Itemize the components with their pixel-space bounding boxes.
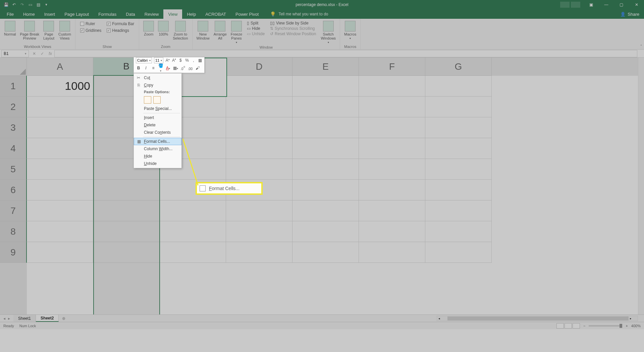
collapse-ribbon-icon[interactable]: ˄ — [640, 44, 642, 48]
ctx-clear-contents[interactable]: Clear Contents — [134, 129, 181, 136]
vertical-scrollbar[interactable] — [638, 58, 644, 314]
col-header-d[interactable]: D — [226, 58, 292, 76]
zoom-slider[interactable] — [589, 325, 622, 327]
cell-a1[interactable]: 1000 — [27, 76, 93, 97]
percent-icon[interactable]: % — [185, 58, 189, 63]
ribbon-options-icon[interactable]: ▣ — [584, 0, 599, 9]
grow-font-icon[interactable]: A▴ — [165, 58, 170, 63]
col-header-g[interactable]: G — [425, 58, 492, 76]
tab-review[interactable]: Review — [140, 9, 164, 19]
formula-bar-checkbox[interactable]: ✓Formula Bar — [107, 21, 134, 27]
shrink-font-icon[interactable]: A▾ — [172, 58, 176, 63]
qa-dropdown-icon[interactable]: ▼ — [44, 2, 49, 7]
ctx-column-width[interactable]: Column Width... — [134, 145, 181, 153]
formula-input[interactable] — [54, 50, 637, 57]
side-by-side-button[interactable]: ▯▯View Side by Side — [270, 21, 316, 25]
new-file-icon[interactable]: ▭ — [28, 2, 33, 7]
switch-windows-button[interactable]: Switch Windows▾ — [319, 20, 337, 45]
row-header-7[interactable]: 7 — [0, 200, 27, 221]
redo-icon[interactable]: ↷ — [19, 2, 25, 7]
row-header-8[interactable]: 8 — [0, 221, 27, 242]
tab-help[interactable]: Help — [182, 9, 201, 19]
cell-d1[interactable] — [226, 76, 292, 97]
row-header-3[interactable]: 3 — [0, 117, 27, 138]
hide-button[interactable]: ▭Hide — [247, 26, 265, 31]
font-combo[interactable]: Calibri▾ — [136, 57, 152, 63]
sheet-nav[interactable]: ◂▸ — [0, 316, 13, 321]
view-mode-icons[interactable] — [556, 323, 580, 329]
italic-icon[interactable]: I — [143, 66, 149, 70]
row-header-4[interactable]: 4 — [0, 138, 27, 159]
row-header-9[interactable]: 9 — [0, 242, 27, 263]
comma-icon[interactable]: , — [191, 58, 196, 63]
center-icon[interactable]: ≡ — [151, 66, 156, 70]
borders-icon[interactable]: ▦▾ — [173, 66, 178, 70]
name-box[interactable]: B1▾ — [1, 50, 29, 57]
ctx-insert[interactable]: Insert — [134, 114, 181, 121]
minimize-icon[interactable]: — — [599, 0, 614, 9]
tab-view[interactable]: View — [163, 9, 182, 19]
headings-checkbox[interactable]: ✓Headings — [107, 27, 134, 34]
ctx-format-cells[interactable]: ▦Format Cells... — [134, 138, 181, 145]
select-all-corner[interactable] — [0, 58, 27, 76]
ctx-paste-special[interactable]: Paste Special... — [134, 105, 181, 112]
tab-acrobat[interactable]: ACROBAT — [201, 9, 231, 19]
file-tab[interactable]: File — [2, 9, 18, 19]
horizontal-scrollbar[interactable]: ◂ ▸ — [437, 316, 638, 321]
page-layout-button[interactable]: Page Layout — [42, 20, 56, 41]
share-button[interactable]: 👤 Share — [620, 12, 639, 17]
row-header-5[interactable]: 5 — [0, 159, 27, 180]
hundred-button[interactable]: 100% — [157, 20, 170, 37]
zoom-in-icon[interactable]: + — [626, 324, 628, 328]
accounting-icon[interactable]: $ — [178, 58, 183, 63]
sheet-tab-2[interactable]: Sheet2 — [36, 315, 59, 322]
arrange-all-button[interactable]: Arrange All — [212, 20, 228, 41]
close-icon[interactable]: ✕ — [629, 0, 644, 9]
new-window-button[interactable]: New Window — [195, 20, 211, 41]
tell-me-search[interactable]: 💡 Tell me what you want to do — [270, 11, 328, 17]
custom-views-button[interactable]: Custom Views — [57, 20, 72, 41]
increase-decimal-icon[interactable]: .0⁰ — [180, 65, 185, 71]
paste-values-icon[interactable] — [153, 96, 161, 104]
add-sheet-icon[interactable]: ⊕ — [59, 316, 69, 321]
save-icon[interactable]: 💾 — [3, 2, 9, 7]
tab-formulas[interactable]: Formulas — [94, 9, 121, 19]
macros-button[interactable]: Macros▾ — [343, 20, 358, 41]
open-file-icon[interactable]: ▤ — [36, 2, 41, 7]
cell-f1[interactable] — [359, 76, 425, 97]
ctx-delete[interactable]: Delete — [134, 121, 181, 129]
col-header-e[interactable]: E — [292, 58, 359, 76]
zoom-to-selection-button[interactable]: Zoom to Selection — [171, 20, 189, 41]
tab-insert[interactable]: Insert — [40, 9, 60, 19]
font-size-combo[interactable]: 11▾ — [154, 57, 163, 63]
undo-icon[interactable]: ↶ — [11, 2, 17, 7]
font-color-icon[interactable]: A▾ — [165, 66, 171, 70]
decrease-decimal-icon[interactable]: .00 — [187, 65, 193, 71]
normal-button[interactable]: Normal — [3, 20, 17, 37]
tab-power-pivot[interactable]: Power Pivot — [231, 9, 263, 19]
tab-home[interactable]: Home — [18, 9, 40, 19]
split-button[interactable]: ▯Split — [247, 21, 265, 25]
page-break-button[interactable]: Page Break Preview — [18, 20, 40, 41]
cell-e1[interactable] — [292, 76, 359, 97]
ctx-copy[interactable]: ⎘Copy — [134, 81, 181, 89]
zoom-out-icon[interactable]: − — [583, 324, 585, 328]
fill-color-icon[interactable]: 🪣▾ — [158, 63, 163, 73]
freeze-panes-button[interactable]: Freeze Panes▾ — [229, 20, 244, 45]
format-cells-icon[interactable]: ▦ — [198, 58, 202, 63]
ctx-hide[interactable]: Hide — [134, 153, 181, 160]
row-header-1[interactable]: 1 — [0, 76, 27, 97]
col-header-f[interactable]: F — [359, 58, 425, 76]
cell-g1[interactable] — [425, 76, 492, 97]
tab-data[interactable]: Data — [121, 9, 140, 19]
bold-icon[interactable]: B — [136, 66, 141, 70]
zoom-level[interactable]: 400% — [631, 324, 641, 328]
format-painter-icon[interactable]: 🖌 — [195, 66, 200, 70]
cell-grid[interactable]: 1000 — [27, 76, 638, 314]
sheet-tab-1[interactable]: Sheet1 — [13, 315, 36, 322]
ctx-unhide[interactable]: Unhide — [134, 160, 181, 167]
maximize-icon[interactable]: ▢ — [614, 0, 629, 9]
tab-page-layout[interactable]: Page Layout — [60, 9, 94, 19]
fx-icon[interactable]: fx — [46, 51, 54, 56]
account-area[interactable] — [560, 2, 580, 8]
